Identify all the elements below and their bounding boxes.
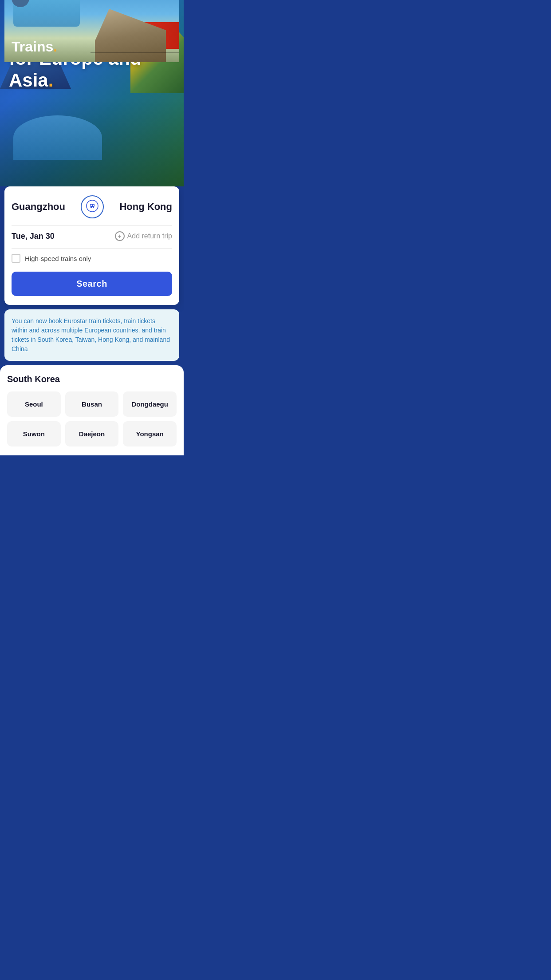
svg-rect-2 xyxy=(91,207,92,208)
form-divider-2 xyxy=(12,248,172,249)
city-card[interactable]: Busan xyxy=(65,391,119,417)
swap-icon xyxy=(86,200,98,214)
trains-title: Trains. xyxy=(12,39,57,55)
high-speed-label[interactable]: High-speed trains only xyxy=(25,255,91,262)
svg-rect-5 xyxy=(93,205,94,206)
high-speed-row: High-speed trains only xyxy=(12,254,172,263)
city-name: Yongsan xyxy=(127,430,172,438)
search-form: Guangzhou Hong Kong T xyxy=(4,186,179,305)
region-title: South Korea xyxy=(7,374,177,384)
form-divider xyxy=(12,225,172,226)
bottom-section: South Korea SeoulBusanDongdaeguSuwonDaej… xyxy=(0,365,184,455)
city-card[interactable]: Seoul xyxy=(7,391,61,417)
svg-rect-4 xyxy=(91,205,92,206)
search-button[interactable]: Search xyxy=(12,272,172,296)
city-name: Seoul xyxy=(12,400,56,408)
page-wrapper: Train Tickets for Europe and Asia. ← Tra… xyxy=(0,0,184,455)
plus-circle-icon: + xyxy=(115,231,125,241)
svg-rect-3 xyxy=(93,207,94,208)
city-name: Busan xyxy=(70,400,114,408)
swap-button[interactable] xyxy=(81,195,104,218)
info-banner: You can now book Eurostar train tickets,… xyxy=(4,309,179,361)
info-text: You can now book Eurostar train tickets,… xyxy=(12,316,172,354)
city-card[interactable]: Suwon xyxy=(7,421,61,447)
inner-card: ← Trains. xyxy=(4,0,179,62)
cliff-shape xyxy=(95,9,166,62)
city-name: Suwon xyxy=(12,430,56,438)
city-card[interactable]: Dongdaegu xyxy=(123,391,177,417)
hero-section: Train Tickets for Europe and Asia. ← Tra… xyxy=(0,0,184,186)
route-row: Guangzhou Hong Kong xyxy=(12,195,172,218)
city-grid: SeoulBusanDongdaeguSuwonDaejeonYongsan xyxy=(7,391,177,447)
city-name: Daejeon xyxy=(70,430,114,438)
city-card[interactable]: Yongsan xyxy=(123,421,177,447)
city-name: Dongdaegu xyxy=(127,400,172,408)
return-trip-button[interactable]: + Add return trip xyxy=(115,231,172,241)
high-speed-checkbox[interactable] xyxy=(12,254,20,263)
city-card[interactable]: Daejeon xyxy=(65,421,119,447)
origin-city[interactable]: Guangzhou xyxy=(12,201,65,213)
ocean-decoration xyxy=(13,115,102,160)
destination-city[interactable]: Hong Kong xyxy=(119,201,172,213)
departure-date[interactable]: Tue, Jan 30 xyxy=(12,232,55,241)
date-row: Tue, Jan 30 + Add return trip xyxy=(12,231,172,241)
